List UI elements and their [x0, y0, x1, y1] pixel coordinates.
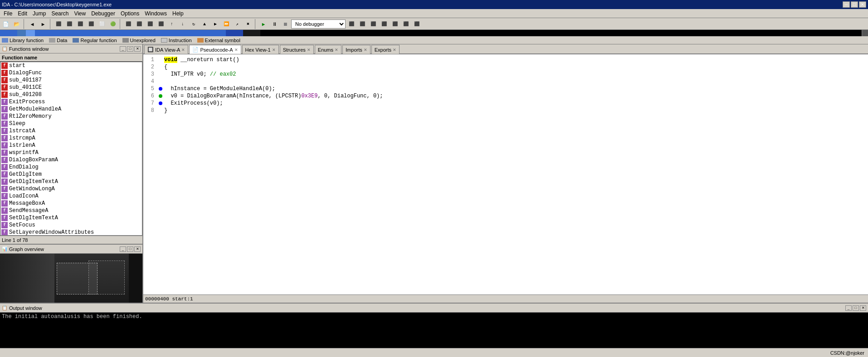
menu-options[interactable]: Options [118, 10, 142, 17]
function-list-item[interactable]: flstrcmpA [0, 135, 142, 142]
tb-btn-16[interactable]: ⏩ [221, 19, 231, 29]
forward-button[interactable]: ▶ [38, 19, 48, 29]
tb-btn-23[interactable]: ⬛ [390, 19, 400, 29]
functions-float-btn[interactable]: □ [127, 46, 133, 52]
tb-btn-11[interactable]: ↑ [167, 19, 177, 29]
output-close-btn[interactable]: ✕ [860, 305, 866, 311]
function-list-item[interactable]: fGetDlgItemTextA [0, 178, 142, 185]
pseudocode-close[interactable]: ✕ [234, 48, 238, 52]
tb-btn-6[interactable]: 🟢 [108, 19, 118, 29]
tb-btn-25[interactable]: ⬛ [412, 19, 422, 29]
menu-file[interactable]: File [1, 10, 15, 17]
tab-imports[interactable]: Imports ✕ [342, 45, 371, 54]
tb-btn-4[interactable]: ⬛ [86, 19, 96, 29]
function-list-item[interactable]: fLoadIconA [0, 193, 142, 200]
pause-button[interactable]: ⏸ [269, 19, 279, 29]
back-button[interactable]: ◀ [27, 19, 37, 29]
function-list-item[interactable]: fGetWindowLongA [0, 185, 142, 193]
function-list-item[interactable]: fSetFocus [0, 222, 142, 229]
hex-view-close[interactable]: ✕ [272, 48, 276, 52]
function-list-item[interactable]: fwsprintfA [0, 149, 142, 156]
tb-btn-12[interactable]: ↓ [178, 19, 188, 29]
tab-pseudocode[interactable]: 📄 Pseudocode-A ✕ [189, 45, 241, 54]
minimize-button[interactable]: ─ [843, 1, 850, 8]
function-list-item[interactable]: fSendMessageA [0, 207, 142, 214]
graph-float-btn[interactable]: □ [127, 246, 133, 252]
function-list-item[interactable]: fSetDlgItemTextA [0, 214, 142, 222]
tab-enums[interactable]: Enums ✕ [315, 45, 341, 54]
tb-btn-7[interactable]: ⬛ [123, 19, 133, 29]
stop-button[interactable]: ⏹ [280, 19, 290, 29]
tb-btn-24[interactable]: ⬛ [401, 19, 411, 29]
menu-jump[interactable]: Jump [30, 10, 49, 17]
enums-close[interactable]: ✕ [335, 48, 338, 52]
structures-close[interactable]: ✕ [307, 48, 311, 52]
function-list-item[interactable]: fsub_4011CE [0, 84, 142, 91]
tb-btn-3[interactable]: ⬛ [75, 19, 85, 29]
function-list-item[interactable]: fEndDialog [0, 164, 142, 171]
function-list-item[interactable]: fDialogFunc [0, 69, 142, 77]
code-line-5: 5 hInstance = GetModuleHandleA(0); [143, 85, 868, 92]
play-button[interactable]: ▶ [258, 19, 268, 29]
tb-btn-17[interactable]: ↗ [232, 19, 242, 29]
tab-ida-view[interactable]: 🔲 IDA View-A ✕ [144, 45, 188, 54]
graph-close-btn[interactable]: ✕ [134, 246, 141, 252]
new-button[interactable]: 📄 [1, 19, 11, 29]
tb-btn-20[interactable]: ⬛ [357, 19, 367, 29]
tb-btn-13[interactable]: ↻ [189, 19, 199, 29]
legend-library: Library function [2, 38, 44, 43]
function-list-item[interactable]: fExitProcess [0, 98, 142, 106]
debugger-dropdown[interactable]: No debugger [291, 19, 346, 29]
menu-search[interactable]: Search [49, 10, 71, 17]
tab-hex-view[interactable]: Hex View-1 ✕ [242, 45, 279, 54]
maximize-button[interactable]: □ [851, 1, 858, 8]
nav-seg-6 [243, 30, 260, 36]
tb-btn-8[interactable]: ⬛ [134, 19, 144, 29]
function-list-item[interactable]: flstrcatA [0, 127, 142, 135]
function-list-item[interactable]: fRtlZeroMemory [0, 113, 142, 120]
tab-structures[interactable]: Structures ✕ [280, 45, 314, 54]
menu-help[interactable]: Help [170, 10, 186, 17]
menu-debugger[interactable]: Debugger [88, 10, 118, 17]
function-list-item[interactable]: fDialogBoxParamA [0, 156, 142, 164]
code-wrapper[interactable]: 1 void __noreturn start() 2 { 3 INT_PTR … [143, 54, 868, 294]
tab-exports[interactable]: Exports ✕ [371, 45, 400, 54]
tb-btn-18[interactable]: ✖ [243, 19, 253, 29]
output-float-btn[interactable]: □ [853, 305, 859, 311]
tb-btn-9[interactable]: ⬛ [145, 19, 155, 29]
function-list-item[interactable]: flstrlenA [0, 142, 142, 149]
tb-btn-2[interactable]: ⬛ [64, 19, 74, 29]
function-list-item[interactable]: fsub_401187 [0, 77, 142, 84]
toolbar-sep-1 [24, 19, 25, 29]
tb-btn-22[interactable]: ⬛ [379, 19, 389, 29]
tb-btn-15[interactable]: ▶ [210, 19, 220, 29]
graph-minimize-btn[interactable]: _ [120, 246, 126, 252]
function-list-item[interactable]: fMessageBoxA [0, 200, 142, 207]
exports-close[interactable]: ✕ [393, 48, 396, 52]
menu-view[interactable]: View [71, 10, 88, 17]
graph-panel: 📊 Graph overview _ □ ✕ [0, 244, 142, 303]
tb-btn-10[interactable]: ⬛ [156, 19, 166, 29]
function-list-item[interactable]: fSleep [0, 120, 142, 127]
function-name-text: GetWindowLongA [9, 186, 55, 192]
function-list-item[interactable]: fGetModuleHandleA [0, 106, 142, 113]
ida-view-close[interactable]: ✕ [181, 48, 185, 52]
tb-btn-5[interactable]: ⬜ [97, 19, 107, 29]
tb-btn-1[interactable]: ⬛ [54, 19, 63, 29]
tb-btn-19[interactable]: ⬛ [346, 19, 356, 29]
output-minimize-btn[interactable]: _ [845, 305, 852, 311]
functions-minimize-btn[interactable]: _ [120, 46, 126, 52]
close-button[interactable]: ✕ [859, 1, 866, 8]
open-button[interactable]: 📂 [12, 19, 22, 29]
function-list-item[interactable]: fsub_401208 [0, 91, 142, 98]
menu-edit[interactable]: Edit [15, 10, 30, 17]
function-list[interactable]: fstartfDialogFuncfsub_401187fsub_4011CEf… [0, 62, 142, 236]
function-list-item[interactable]: fstart [0, 62, 142, 69]
function-list-item[interactable]: fGetDlgItem [0, 171, 142, 178]
tb-btn-14[interactable]: ▲ [200, 19, 210, 29]
tb-btn-21[interactable]: ⬛ [368, 19, 378, 29]
menu-windows[interactable]: Windows [142, 10, 170, 17]
functions-close-btn[interactable]: ✕ [134, 46, 141, 52]
function-list-item[interactable]: fSetLayeredWindowAttributes [0, 229, 142, 236]
imports-close[interactable]: ✕ [364, 48, 367, 52]
